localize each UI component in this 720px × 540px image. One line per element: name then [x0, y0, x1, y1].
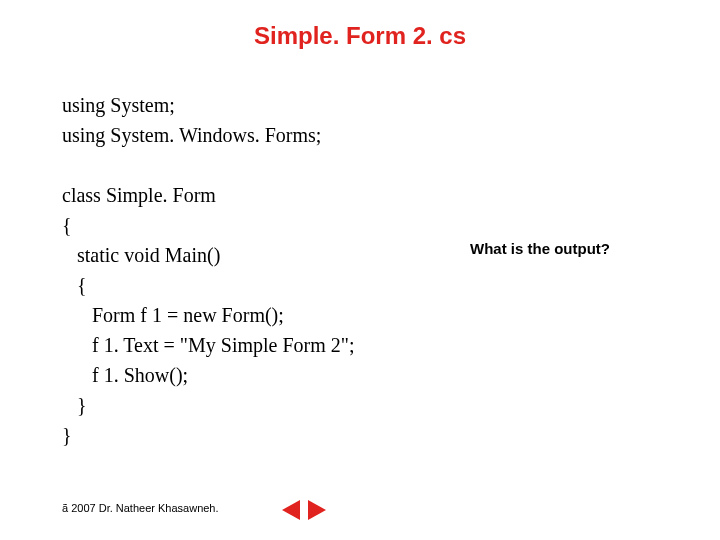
nav-controls	[282, 500, 326, 520]
prev-arrow-icon[interactable]	[282, 500, 300, 520]
output-question: What is the output?	[470, 240, 610, 257]
next-arrow-icon[interactable]	[308, 500, 326, 520]
copyright-footer: ã 2007 Dr. Natheer Khasawneh.	[62, 502, 219, 514]
slide-title: Simple. Form 2. cs	[0, 22, 720, 50]
code-block: using System; using System. Windows. For…	[62, 90, 355, 450]
